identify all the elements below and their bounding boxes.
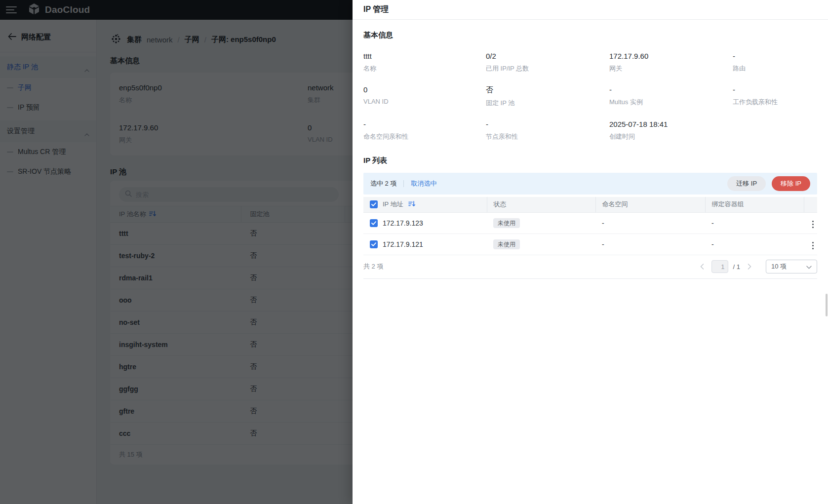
modal-overlay[interactable] xyxy=(0,0,353,504)
table-footer: 共 2 项 / 1 10 项 xyxy=(363,255,817,279)
field-value: tttt xyxy=(363,52,486,60)
pod-cell: - xyxy=(705,233,804,255)
column-label: IP 地址 xyxy=(383,200,403,209)
column-header-status: 状态 xyxy=(487,197,595,212)
total-count: 共 2 项 xyxy=(363,262,383,271)
field: -Multus 实例 xyxy=(609,85,733,108)
page-total: / 1 xyxy=(733,263,740,271)
kebab-menu-icon[interactable] xyxy=(810,219,816,230)
field-label: 名称 xyxy=(363,64,486,73)
field-label: 路由 xyxy=(733,64,817,73)
drawer-basic-info-title: 基本信息 xyxy=(363,31,817,40)
field-label: 固定 IP 池 xyxy=(486,99,609,108)
field-value: 否 xyxy=(486,85,609,95)
field-label: 节点亲和性 xyxy=(486,132,609,141)
column-header-ip[interactable]: IP 地址 xyxy=(363,197,487,212)
namespace-cell: - xyxy=(595,212,705,233)
table-row[interactable]: 172.17.9.121 未使用 - - xyxy=(363,233,817,255)
drawer-title: IP 管理 xyxy=(363,4,389,15)
ip-management-drawer: IP 管理 基本信息 tttt名称 0/2已用 IP/IP 总数 172.17.… xyxy=(353,0,828,504)
scrollbar-thumb[interactable] xyxy=(826,294,828,316)
field-label: 网关 xyxy=(609,64,733,73)
field-label: 工作负载亲和性 xyxy=(733,98,817,107)
table-row[interactable]: 172.17.9.123 未使用 - - xyxy=(363,212,817,233)
drawer-ip-table: IP 地址 状态 命名空间 绑定容器组 xyxy=(363,197,817,255)
field: 2025-07-18 18:41创建时间 xyxy=(609,120,733,141)
field-value: - xyxy=(733,52,817,60)
chevron-down-icon xyxy=(806,263,812,271)
column-header-namespace: 命名空间 xyxy=(595,197,705,212)
status-badge: 未使用 xyxy=(493,239,520,249)
field: tttt名称 xyxy=(363,52,486,73)
field-value: 0/2 xyxy=(486,52,609,60)
row-checkbox[interactable] xyxy=(370,219,378,227)
remove-ip-button[interactable]: 移除 IP xyxy=(772,176,810,191)
migrate-ip-button[interactable]: 迁移 IP xyxy=(727,176,766,191)
status-badge: 未使用 xyxy=(493,218,520,228)
field-value: 172.17.9.60 xyxy=(609,52,733,60)
drawer-basic-info-grid: tttt名称 0/2已用 IP/IP 总数 172.17.9.60网关 -路由 … xyxy=(363,52,817,141)
next-page-icon[interactable] xyxy=(745,262,754,271)
field: -节点亲和性 xyxy=(486,120,609,141)
selection-count: 选中 2 项 xyxy=(370,179,396,188)
field-value: - xyxy=(363,120,486,128)
field-value: - xyxy=(609,85,733,94)
pod-cell: - xyxy=(705,212,804,233)
sort-icon[interactable] xyxy=(408,201,415,208)
column-header-pod: 绑定容器组 xyxy=(705,197,804,212)
clear-selection-link[interactable]: 取消选中 xyxy=(411,179,436,188)
field: -路由 xyxy=(733,52,817,73)
field: 0VLAN ID xyxy=(363,85,486,108)
drawer-ip-list-title: IP 列表 xyxy=(363,156,817,165)
field: 0/2已用 IP/IP 总数 xyxy=(486,52,609,73)
selection-bar: 选中 2 项 取消选中 迁移 IP 移除 IP xyxy=(363,173,817,194)
ip-address: 172.17.9.123 xyxy=(383,219,423,227)
field-label: Multus 实例 xyxy=(609,98,733,107)
field-label: 创建时间 xyxy=(609,132,733,141)
field-label: 已用 IP/IP 总数 xyxy=(486,64,609,73)
select-all-checkbox[interactable] xyxy=(370,200,378,208)
field: 172.17.9.60网关 xyxy=(609,52,733,73)
row-checkbox[interactable] xyxy=(370,240,378,248)
field-value: 2025-07-18 18:41 xyxy=(609,120,733,128)
page-size-value: 10 项 xyxy=(771,262,806,271)
field: -工作负载亲和性 xyxy=(733,85,817,108)
field-value: - xyxy=(733,85,817,94)
ip-address: 172.17.9.121 xyxy=(383,240,423,248)
drawer-header: IP 管理 xyxy=(353,0,828,20)
page-size-select[interactable]: 10 项 xyxy=(766,260,817,273)
field: -命名空间亲和性 xyxy=(363,120,486,141)
column-header-actions xyxy=(804,197,817,212)
pagination: / 1 10 项 xyxy=(698,260,817,273)
kebab-menu-icon[interactable] xyxy=(810,240,816,251)
field-label: 命名空间亲和性 xyxy=(363,132,486,141)
page-number-input[interactable] xyxy=(711,260,728,273)
field-value: 0 xyxy=(363,85,486,94)
field: 否固定 IP 池 xyxy=(486,85,609,108)
namespace-cell: - xyxy=(595,233,705,255)
field-value: - xyxy=(486,120,609,128)
field-label: VLAN ID xyxy=(363,98,486,105)
app-root: DaoCloud 网络配置 静态 IP 池 子网 IP 预留 设置管理 xyxy=(0,0,828,504)
divider xyxy=(403,180,404,187)
prev-page-icon[interactable] xyxy=(698,262,707,271)
